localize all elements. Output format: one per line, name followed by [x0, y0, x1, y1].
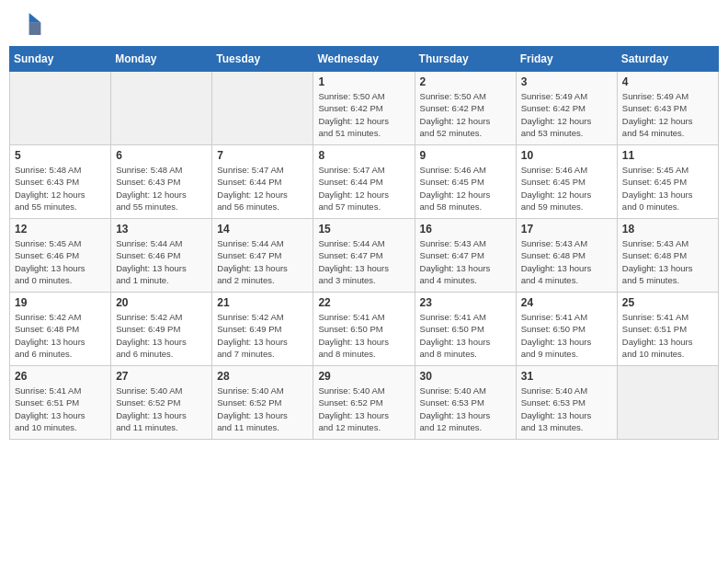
day-number: 29	[318, 370, 409, 383]
day-number: 8	[318, 149, 409, 162]
weekday-header-friday: Friday	[516, 47, 617, 72]
calendar-cell: 21Sunrise: 5:42 AM Sunset: 6:49 PM Dayli…	[212, 293, 313, 366]
day-number: 5	[15, 149, 106, 162]
calendar-cell: 23Sunrise: 5:41 AM Sunset: 6:50 PM Dayli…	[415, 293, 516, 366]
day-info: Sunrise: 5:42 AM Sunset: 6:49 PM Dayligh…	[116, 311, 207, 360]
day-info: Sunrise: 5:40 AM Sunset: 6:53 PM Dayligh…	[521, 385, 612, 433]
day-info: Sunrise: 5:40 AM Sunset: 6:53 PM Dayligh…	[420, 385, 511, 433]
day-number: 12	[15, 223, 106, 236]
day-number: 28	[217, 370, 308, 383]
calendar-cell: 27Sunrise: 5:40 AM Sunset: 6:52 PM Dayli…	[111, 366, 212, 440]
calendar-week-3: 12Sunrise: 5:45 AM Sunset: 6:46 PM Dayli…	[10, 219, 719, 293]
calendar-cell: 4Sunrise: 5:49 AM Sunset: 6:43 PM Daylig…	[617, 72, 718, 145]
day-info: Sunrise: 5:48 AM Sunset: 6:43 PM Dayligh…	[15, 164, 106, 213]
day-number: 2	[420, 75, 511, 88]
calendar-week-2: 5Sunrise: 5:48 AM Sunset: 6:43 PM Daylig…	[10, 145, 719, 219]
day-number: 16	[420, 223, 511, 236]
day-number: 14	[217, 223, 308, 236]
calendar-cell: 16Sunrise: 5:43 AM Sunset: 6:47 PM Dayli…	[415, 219, 516, 293]
day-number: 21	[217, 296, 308, 309]
day-number: 10	[521, 149, 612, 162]
day-info: Sunrise: 5:46 AM Sunset: 6:45 PM Dayligh…	[420, 164, 511, 213]
weekday-header-wednesday: Wednesday	[313, 47, 415, 72]
day-info: Sunrise: 5:41 AM Sunset: 6:51 PM Dayligh…	[15, 385, 106, 433]
calendar-cell: 2Sunrise: 5:50 AM Sunset: 6:42 PM Daylig…	[415, 72, 516, 145]
weekday-header-sunday: Sunday	[10, 47, 111, 72]
calendar-week-4: 19Sunrise: 5:42 AM Sunset: 6:48 PM Dayli…	[10, 293, 719, 366]
day-number: 23	[420, 296, 511, 309]
day-number: 17	[521, 223, 612, 236]
calendar-cell: 30Sunrise: 5:40 AM Sunset: 6:53 PM Dayli…	[415, 366, 516, 440]
day-info: Sunrise: 5:43 AM Sunset: 6:48 PM Dayligh…	[521, 237, 612, 286]
day-number: 20	[116, 296, 207, 309]
calendar-week-5: 26Sunrise: 5:41 AM Sunset: 6:51 PM Dayli…	[10, 366, 719, 440]
calendar-cell: 10Sunrise: 5:46 AM Sunset: 6:45 PM Dayli…	[516, 145, 617, 219]
day-number: 7	[217, 149, 308, 162]
day-info: Sunrise: 5:40 AM Sunset: 6:52 PM Dayligh…	[217, 385, 308, 433]
calendar-cell: 20Sunrise: 5:42 AM Sunset: 6:49 PM Dayli…	[111, 293, 212, 366]
calendar-cell: 12Sunrise: 5:45 AM Sunset: 6:46 PM Dayli…	[10, 219, 111, 293]
day-number: 22	[318, 296, 409, 309]
day-info: Sunrise: 5:48 AM Sunset: 6:43 PM Dayligh…	[116, 164, 207, 213]
day-info: Sunrise: 5:50 AM Sunset: 6:42 PM Dayligh…	[318, 90, 409, 139]
calendar-cell: 26Sunrise: 5:41 AM Sunset: 6:51 PM Dayli…	[10, 366, 111, 440]
day-info: Sunrise: 5:42 AM Sunset: 6:49 PM Dayligh…	[217, 311, 308, 360]
svg-marker-0	[29, 13, 41, 22]
day-number: 31	[521, 370, 612, 383]
calendar-cell: 19Sunrise: 5:42 AM Sunset: 6:48 PM Dayli…	[10, 293, 111, 366]
svg-marker-1	[29, 22, 41, 35]
day-info: Sunrise: 5:43 AM Sunset: 6:47 PM Dayligh…	[420, 237, 511, 286]
calendar-cell	[10, 72, 111, 145]
day-info: Sunrise: 5:41 AM Sunset: 6:50 PM Dayligh…	[318, 311, 409, 360]
day-info: Sunrise: 5:41 AM Sunset: 6:50 PM Dayligh…	[420, 311, 511, 360]
calendar-cell: 25Sunrise: 5:41 AM Sunset: 6:51 PM Dayli…	[617, 293, 718, 366]
day-info: Sunrise: 5:41 AM Sunset: 6:51 PM Dayligh…	[622, 311, 713, 360]
day-info: Sunrise: 5:44 AM Sunset: 6:46 PM Dayligh…	[116, 237, 207, 286]
day-number: 19	[15, 296, 106, 309]
day-number: 30	[420, 370, 511, 383]
calendar-cell: 15Sunrise: 5:44 AM Sunset: 6:47 PM Dayli…	[313, 219, 415, 293]
day-info: Sunrise: 5:44 AM Sunset: 6:47 PM Dayligh…	[217, 237, 308, 286]
calendar-cell: 13Sunrise: 5:44 AM Sunset: 6:46 PM Dayli…	[111, 219, 212, 293]
day-info: Sunrise: 5:40 AM Sunset: 6:52 PM Dayligh…	[318, 385, 409, 433]
day-number: 3	[521, 75, 612, 88]
day-number: 26	[15, 370, 106, 383]
calendar-cell: 8Sunrise: 5:47 AM Sunset: 6:44 PM Daylig…	[313, 145, 415, 219]
weekday-header-tuesday: Tuesday	[212, 47, 313, 72]
day-info: Sunrise: 5:47 AM Sunset: 6:44 PM Dayligh…	[318, 164, 409, 213]
calendar-cell: 1Sunrise: 5:50 AM Sunset: 6:42 PM Daylig…	[313, 72, 415, 145]
day-info: Sunrise: 5:44 AM Sunset: 6:47 PM Dayligh…	[318, 237, 409, 286]
calendar-cell	[617, 366, 718, 440]
calendar-cell: 7Sunrise: 5:47 AM Sunset: 6:44 PM Daylig…	[212, 145, 313, 219]
calendar-cell: 6Sunrise: 5:48 AM Sunset: 6:43 PM Daylig…	[111, 145, 212, 219]
day-number: 9	[420, 149, 511, 162]
day-info: Sunrise: 5:45 AM Sunset: 6:46 PM Dayligh…	[15, 237, 106, 286]
day-info: Sunrise: 5:45 AM Sunset: 6:45 PM Dayligh…	[622, 164, 713, 213]
day-info: Sunrise: 5:49 AM Sunset: 6:43 PM Dayligh…	[622, 90, 713, 139]
calendar-cell: 14Sunrise: 5:44 AM Sunset: 6:47 PM Dayli…	[212, 219, 313, 293]
calendar-cell: 18Sunrise: 5:43 AM Sunset: 6:48 PM Dayli…	[617, 219, 718, 293]
day-number: 27	[116, 370, 207, 383]
day-info: Sunrise: 5:46 AM Sunset: 6:45 PM Dayligh…	[521, 164, 612, 213]
calendar-cell: 29Sunrise: 5:40 AM Sunset: 6:52 PM Dayli…	[313, 366, 415, 440]
weekday-header-monday: Monday	[111, 47, 212, 72]
day-info: Sunrise: 5:41 AM Sunset: 6:50 PM Dayligh…	[521, 311, 612, 360]
weekday-header-saturday: Saturday	[617, 47, 718, 72]
calendar-cell	[212, 72, 313, 145]
calendar-cell: 24Sunrise: 5:41 AM Sunset: 6:50 PM Dayli…	[516, 293, 617, 366]
day-number: 13	[116, 223, 207, 236]
logo-icon	[13, 9, 42, 39]
calendar-cell: 9Sunrise: 5:46 AM Sunset: 6:45 PM Daylig…	[415, 145, 516, 219]
calendar-cell: 11Sunrise: 5:45 AM Sunset: 6:45 PM Dayli…	[617, 145, 718, 219]
day-number: 1	[318, 75, 409, 88]
day-number: 25	[622, 296, 713, 309]
page-header	[9, 9, 719, 39]
day-number: 24	[521, 296, 612, 309]
calendar-week-1: 1Sunrise: 5:50 AM Sunset: 6:42 PM Daylig…	[10, 72, 719, 145]
day-number: 18	[622, 223, 713, 236]
weekday-header-thursday: Thursday	[415, 47, 516, 72]
calendar-cell	[111, 72, 212, 145]
calendar-cell: 28Sunrise: 5:40 AM Sunset: 6:52 PM Dayli…	[212, 366, 313, 440]
calendar-cell: 5Sunrise: 5:48 AM Sunset: 6:43 PM Daylig…	[10, 145, 111, 219]
calendar-cell: 3Sunrise: 5:49 AM Sunset: 6:42 PM Daylig…	[516, 72, 617, 145]
